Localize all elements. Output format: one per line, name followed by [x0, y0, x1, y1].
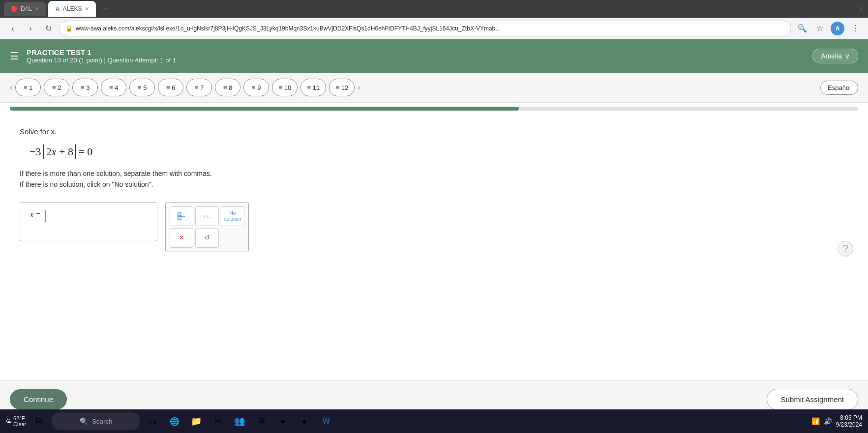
forward-btn[interactable]: ›	[24, 22, 37, 35]
q-nav-11[interactable]: ≡ 11	[300, 79, 326, 96]
q-nav-8[interactable]: ≡ 8	[215, 79, 240, 96]
q-nav-4[interactable]: ≡ 4	[101, 79, 126, 96]
more-options-btn[interactable]: ⋮	[848, 22, 862, 35]
files-btn[interactable]: 📁	[187, 412, 205, 430]
question-instruction: Solve for x.	[20, 127, 848, 136]
word-btn[interactable]: W	[317, 412, 335, 430]
equation-text: −3 2x + 8 = 0	[30, 144, 92, 159]
tab-bar: 🔴 DAL ✕ A ALEKS ✕ + ─ □ ✕	[0, 0, 868, 18]
q-nav-3[interactable]: ≡ 3	[72, 79, 98, 96]
taskview-btn[interactable]: 🗂	[144, 412, 162, 430]
q11-label: ≡ 11	[307, 84, 320, 91]
nav-prev-arrow[interactable]: ‹	[10, 83, 12, 92]
menu-icon[interactable]: ☰	[10, 50, 19, 62]
user-name: Amelia	[821, 52, 842, 60]
apps-btn[interactable]: ⊞	[252, 412, 270, 430]
q-nav-6[interactable]: ≡ 6	[158, 79, 183, 96]
address-bar[interactable]: 🔒 www-awa.aleks.com/alekscgi/x/lsl.exe/1…	[59, 21, 791, 36]
q-nav-1[interactable]: ≡ 1	[15, 79, 41, 96]
aleks-header: ☰ PRACTICE TEST 1 Question 13 of 20 (1 p…	[0, 39, 868, 73]
tab2-favicon: A	[55, 5, 60, 13]
no-solution-label: Nosolution	[224, 210, 241, 222]
user-menu-btn[interactable]: Amelia ∨	[812, 49, 858, 63]
weather-widget: 🌤 62°F Clear	[6, 415, 26, 427]
q8-label: ≡ 8	[223, 84, 232, 91]
start-btn[interactable]: ⊞	[30, 412, 48, 430]
tab1-label: DAL	[21, 5, 32, 12]
main-content: ☰ PRACTICE TEST 1 Question 13 of 20 (1 p…	[0, 39, 868, 433]
undo-btn[interactable]: ↺	[195, 228, 219, 248]
taskbar: 🌤 62°F Clear ⊞ 🔍 Search 🗂 🌐 📁 ✉ 👥 ⊞ ● ● …	[0, 409, 868, 433]
teams-btn[interactable]: 👥	[231, 412, 248, 430]
edge-btn[interactable]: 🌐	[166, 412, 183, 430]
chrome2-btn[interactable]: ●	[296, 412, 313, 430]
close-btn[interactable]: ✕	[858, 5, 864, 13]
taskbar-clock: 8:03 PM 9/23/2024	[836, 414, 862, 428]
equation-display: −3 2x + 8 = 0	[20, 145, 848, 158]
tab1-close[interactable]: ✕	[35, 6, 39, 12]
mixed-number-label: □□,...	[201, 213, 213, 219]
q7-label: ≡ 7	[195, 84, 204, 91]
user-profile-btn[interactable]: A	[831, 22, 844, 35]
maximize-btn[interactable]: □	[850, 5, 854, 13]
question-info: Question 13 of 20 (1 point) | Question A…	[27, 57, 812, 64]
mail-btn[interactable]: ✉	[209, 412, 227, 430]
q10-label: ≡ 10	[278, 84, 291, 91]
bookmark-btn[interactable]: ☆	[813, 22, 827, 35]
weather-info: 62°F Clear	[13, 415, 26, 427]
back-btn[interactable]: ‹	[6, 22, 20, 35]
q3-label: ≡ 3	[81, 84, 90, 91]
tab-active[interactable]: A ALEKS ✕	[48, 1, 96, 17]
answer-cursor	[45, 210, 46, 222]
q4-label: ≡ 4	[109, 84, 118, 91]
q6-label: ≡ 6	[166, 84, 175, 91]
espanol-btn[interactable]: Español	[820, 81, 858, 95]
refresh-btn[interactable]: ↻	[41, 22, 55, 35]
chevron-down-icon: ∨	[845, 52, 850, 60]
no-solution-btn[interactable]: Nosolution	[221, 206, 244, 226]
q-nav-2[interactable]: ≡ 2	[44, 79, 69, 96]
tab2-label: ALEKS	[63, 5, 82, 12]
fraction-btn[interactable]	[170, 206, 193, 226]
minimize-btn[interactable]: ─	[841, 5, 846, 13]
answer-input-box[interactable]: x =	[20, 202, 157, 241]
question-nav: ‹ ≡ 1 ≡ 2 ≡ 3 ≡ 4 ≡ 5 ≡ 6 ≡ 7 ≡ 8 ≡ 9 ≡ …	[0, 73, 868, 103]
q-nav-7[interactable]: ≡ 7	[186, 79, 212, 96]
search-icon: 🔍	[80, 417, 88, 425]
q2-label: ≡ 2	[52, 84, 61, 91]
chrome-btn[interactable]: ●	[274, 412, 292, 430]
q-nav-5[interactable]: ≡ 5	[129, 79, 155, 96]
tab-inactive[interactable]: 🔴 DAL ✕	[4, 2, 46, 16]
clock-time: 8:03 PM	[836, 414, 862, 421]
weather-icon: 🌤	[6, 418, 11, 424]
svg-rect-0	[178, 213, 181, 216]
q-nav-12[interactable]: ≡ 12	[329, 79, 355, 96]
search-icon[interactable]: 🔍	[795, 22, 809, 35]
q5-label: ≡ 5	[138, 84, 147, 91]
math-toolbar: □□,... Nosolution ✕ ↺	[165, 202, 249, 252]
fraction-icon	[176, 211, 187, 222]
clear-btn[interactable]: ✕	[170, 228, 193, 248]
help-btn[interactable]: ?	[838, 241, 853, 257]
search-btn[interactable]: 🔍 Search	[52, 412, 140, 430]
header-title: PRACTICE TEST 1 Question 13 of 20 (1 poi…	[27, 48, 812, 64]
progress-fill	[10, 107, 519, 111]
volume-icon: 🔊	[824, 417, 832, 425]
browser-frame: 🔴 DAL ✕ A ALEKS ✕ + ─ □ ✕ ‹ › ↻ 🔒 www-aw…	[0, 0, 868, 433]
weather-temp: 62°F	[13, 415, 26, 421]
clock-date: 9/23/2024	[836, 421, 862, 428]
weather-desc: Clear	[13, 421, 26, 427]
mixed-number-btn[interactable]: □□,...	[195, 206, 219, 226]
submit-assignment-btn[interactable]: Submit Assignment	[767, 389, 858, 410]
security-icon: 🔒	[65, 25, 73, 32]
svg-rect-2	[178, 217, 181, 220]
progress-container	[0, 103, 868, 113]
continue-btn[interactable]: Continue	[10, 389, 67, 409]
tab2-close[interactable]: ✕	[85, 6, 89, 12]
nav-next-arrow[interactable]: ›	[358, 83, 360, 92]
q-nav-10[interactable]: ≡ 10	[272, 79, 298, 96]
espanol-label: Español	[828, 84, 851, 91]
url-text: www-awa.aleks.com/alekscgi/x/lsl.exe/1o_…	[76, 25, 500, 32]
q-nav-9[interactable]: ≡ 9	[243, 79, 269, 96]
new-tab-btn[interactable]: +	[98, 2, 112, 16]
